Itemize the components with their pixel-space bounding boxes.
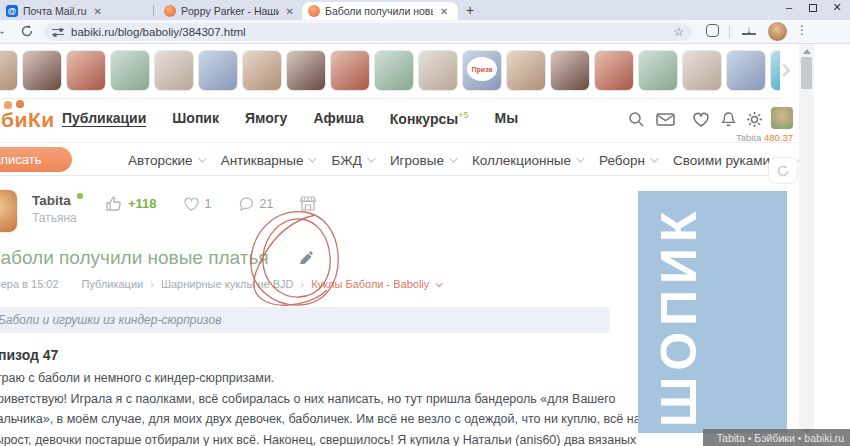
tab-title: Баболи получили новые плат <box>325 5 433 17</box>
tab-baboli-active[interactable]: Баболи получили новые плат ✕ <box>302 2 458 20</box>
minimize-button[interactable]: – <box>780 1 798 13</box>
refresh-button[interactable] <box>768 157 798 184</box>
post-date: Вчера в 15:02 <box>0 278 59 290</box>
favorites-heart-icon[interactable] <box>692 111 710 128</box>
breadcrumb-dropdown-icon[interactable] <box>436 280 443 287</box>
thumbnail[interactable] <box>198 50 238 91</box>
url-text[interactable]: babiki.ru/blog/baboliy/384307.html <box>71 26 666 38</box>
scrollbar-thumb[interactable] <box>801 57 812 89</box>
category-igrovye[interactable]: Игровые <box>390 153 455 168</box>
thumbnail[interactable] <box>726 50 766 91</box>
site-header: БэйбиКи Публикации Шопик Ямогу Афиша Кон… <box>0 100 800 142</box>
tab-close-icon[interactable]: ✕ <box>94 6 102 17</box>
reload-icon[interactable] <box>20 24 34 38</box>
rating-stat[interactable]: +118 <box>105 195 157 212</box>
author-username[interactable]: Tabita <box>32 193 83 208</box>
mailru-favicon: @ <box>6 5 18 17</box>
browser-menu-icon[interactable]: ⋮ <box>796 23 808 37</box>
category-svoimi-rukami[interactable]: Своими руками <box>673 153 781 168</box>
body-line: мальчика», в моём случае, для моих двух … <box>0 409 622 430</box>
thumbnails-next-arrow[interactable]: › <box>781 53 791 83</box>
post-title: Баболи получили новые платья <box>0 247 269 269</box>
thumbnail[interactable] <box>770 50 780 91</box>
nav-yamogu[interactable]: Ямогу <box>245 110 287 127</box>
nav-shopik[interactable]: Шопик <box>172 110 219 127</box>
author-avatar[interactable] <box>0 189 18 233</box>
maximize-button[interactable] <box>804 1 822 14</box>
tab-close-icon[interactable]: ✕ <box>440 6 448 17</box>
extensions-icon[interactable] <box>706 24 719 37</box>
logo-mascot-icon <box>4 101 12 109</box>
thumbnail[interactable] <box>330 50 370 91</box>
thumbnail-strip: Приза <box>0 45 780 99</box>
favorites-count: 1 <box>205 197 212 211</box>
new-tab-button[interactable]: + <box>466 2 474 18</box>
thumbnail[interactable] <box>66 50 106 91</box>
browser-toolbar: → babiki.ru/blog/baboliy/384307.html ☆ ↓… <box>0 20 850 44</box>
thumbnail[interactable] <box>418 50 458 91</box>
chevron-down-icon <box>576 154 584 162</box>
tag-strip[interactable]: Баболи и игрушки из киндер-сюрпризов <box>0 307 610 333</box>
breadcrumb-sharnirnye-ne-bjd[interactable]: Шарнирные куклы не BJD <box>161 278 294 290</box>
breadcrumb-publications[interactable]: Публикации <box>82 278 144 290</box>
edit-pencil-icon[interactable] <box>297 250 314 267</box>
messages-icon[interactable] <box>656 111 675 128</box>
search-icon[interactable] <box>628 111 645 128</box>
settings-gear-icon[interactable] <box>746 111 763 128</box>
downloads-icon[interactable]: ↓ <box>742 23 756 35</box>
online-dot <box>77 193 83 199</box>
site-settings-icon[interactable] <box>52 27 64 37</box>
tab-title: Poppy Parker - Наши коллекци <box>181 5 279 17</box>
comments-stat[interactable]: 21 <box>238 196 274 212</box>
nav-afisha[interactable]: Афиша <box>313 110 363 127</box>
thumbnail[interactable] <box>594 50 634 91</box>
thumbnail[interactable] <box>0 50 18 91</box>
thumbnail-with-badge[interactable]: Приза <box>462 50 502 91</box>
page-scrollbar[interactable] <box>799 45 814 446</box>
site-logo[interactable]: БэйбиКи <box>0 108 55 132</box>
post-heading: Эпизод 47 <box>0 347 622 363</box>
shopik-banner-text: ШОПИК <box>646 197 712 427</box>
thumbnail[interactable] <box>682 50 722 91</box>
contests-count-badge: +5 <box>458 110 468 120</box>
thumbnail[interactable] <box>550 50 590 91</box>
category-avtorskie[interactable]: Авторские <box>128 153 204 168</box>
thumbnail[interactable] <box>506 50 546 91</box>
category-reborn[interactable]: Реборн <box>599 153 656 168</box>
thumbnail[interactable] <box>154 50 194 91</box>
site-logo-text: БэйбиКи <box>0 108 55 131</box>
nav-contests[interactable]: Конкурсы+5 <box>390 110 469 127</box>
notifications-bell-icon[interactable] <box>721 111 736 128</box>
tab-close-icon[interactable]: ✕ <box>286 6 294 17</box>
chevron-down-icon <box>449 154 457 162</box>
author-realname: Татьяна <box>32 211 77 225</box>
breadcrumb-baboliy[interactable]: Куклы Баболи - Baboliy <box>311 278 429 290</box>
nav-publications[interactable]: Публикации <box>62 110 146 127</box>
shopik-banner[interactable]: ШОПИК <box>638 191 787 433</box>
thumbnail[interactable] <box>110 50 150 91</box>
category-kollekcionnye[interactable]: Коллекционные <box>472 153 582 168</box>
forward-icon[interactable]: → <box>0 23 6 38</box>
thumbs-up-icon <box>105 195 123 212</box>
category-antikvarnye[interactable]: Антикварные <box>221 153 315 168</box>
chevron-down-icon <box>309 154 317 162</box>
bookmark-star-icon[interactable]: ☆ <box>673 25 684 39</box>
category-bjd[interactable]: БЖД <box>331 153 372 168</box>
scroll-up-arrow[interactable] <box>803 49 811 54</box>
tab-poppy-parker[interactable]: Poppy Parker - Наши коллекци ✕ <box>158 2 300 20</box>
user-avatar[interactable] <box>771 107 793 129</box>
shop-stat[interactable] <box>299 195 317 212</box>
thumbnail[interactable] <box>286 50 326 91</box>
address-bar[interactable]: babiki.ru/blog/baboliy/384307.html ☆ <box>44 23 692 41</box>
thumbnail[interactable] <box>242 50 282 91</box>
thumbnail[interactable] <box>374 50 414 91</box>
nav-we[interactable]: Мы <box>495 110 519 127</box>
write-post-button[interactable]: Написать <box>0 147 72 172</box>
browser-profile-avatar[interactable] <box>768 22 787 41</box>
thumbnail[interactable] <box>638 50 678 91</box>
window-close-button[interactable]: ✕ <box>828 1 846 14</box>
favorites-stat[interactable]: 1 <box>183 196 212 212</box>
tab-mail[interactable]: @ Почта Mail.ru ✕ <box>0 2 150 20</box>
thumbnail[interactable] <box>22 50 62 91</box>
post-meta: Вчера в 15:02 Публикации Шарнирные куклы… <box>0 278 622 290</box>
